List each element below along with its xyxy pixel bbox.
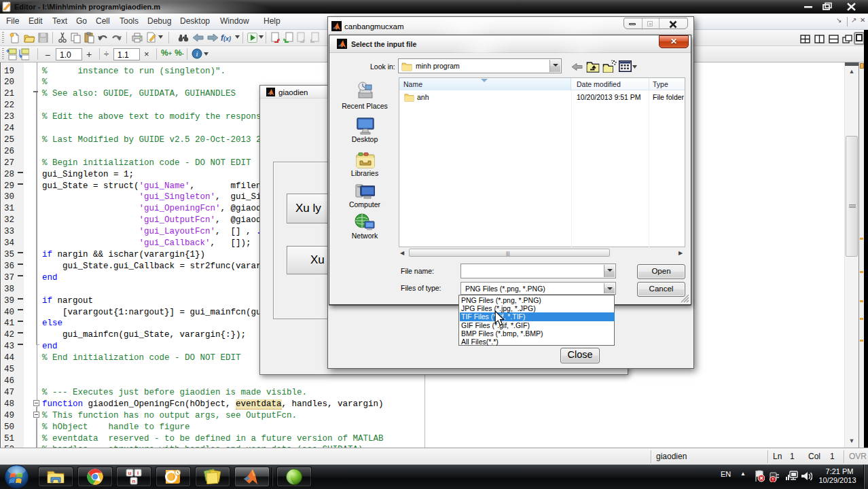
svg-text:i: i <box>196 50 198 58</box>
svg-text:n: n <box>132 478 136 484</box>
svg-text:u: u <box>128 470 132 476</box>
svg-text:i: i <box>137 470 139 476</box>
